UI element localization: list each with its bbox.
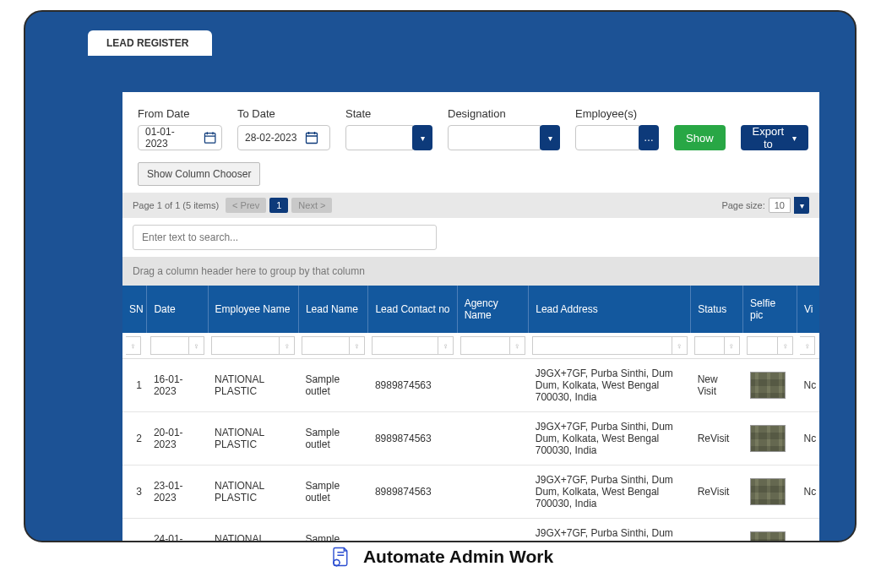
filter-agency[interactable] <box>460 336 510 355</box>
cell-agency <box>457 466 529 519</box>
filter-icon[interactable]: ♀ <box>350 336 365 355</box>
chevron-down-icon: ▾ <box>548 133 552 143</box>
col-agency-name[interactable]: Agency Name <box>457 286 529 333</box>
cell-sn: 1 <box>122 359 147 412</box>
cell-emp: NATIONAL PLASTIC <box>208 466 298 519</box>
cell-contact: 8989874563 <box>368 412 457 466</box>
filter-date[interactable] <box>150 336 189 355</box>
col-date[interactable]: Date <box>147 286 208 333</box>
col-employee-name[interactable]: Employee Name <box>208 286 298 333</box>
filter-address[interactable] <box>532 336 672 355</box>
filter-icon[interactable]: ♀ <box>280 336 295 355</box>
cell-contact: 8989874563 <box>368 359 457 412</box>
state-label: State <box>345 107 432 120</box>
column-chooser-button[interactable]: Show Column Chooser <box>138 162 260 186</box>
cell-contact: 8989874563 <box>368 466 457 519</box>
cell-lead: Sample outlet <box>298 359 368 412</box>
cell-emp: NATIONAL PLASTIC <box>208 359 298 412</box>
page-size-dropdown[interactable]: ▾ <box>794 197 809 214</box>
col-lead-name[interactable]: Lead Name <box>298 286 368 333</box>
filter-bar: From Date 01-01-2023 To Date 28-02-2023 … <box>122 92 819 162</box>
cell-date: 24-01-2023 <box>147 519 208 543</box>
calendar-icon <box>305 131 318 144</box>
cell-agency <box>457 412 529 466</box>
selfie-thumbnail <box>750 425 786 452</box>
page-1-button[interactable]: 1 <box>269 198 288 213</box>
filter-contact[interactable] <box>372 336 438 355</box>
col-status[interactable]: Status <box>691 286 743 333</box>
app-frame: LEAD REGISTER From Date 01-01-2023 To Da… <box>24 10 857 542</box>
cell-date: 20-01-2023 <box>147 412 208 466</box>
selfie-thumbnail <box>750 478 786 505</box>
filter-selfie[interactable] <box>747 336 779 355</box>
employees-select[interactable]: … <box>575 125 659 150</box>
chevron-down-icon: ▾ <box>792 133 797 143</box>
table-row[interactable]: 424-01-2023NATIONAL PLASTICSample outlet… <box>122 519 819 543</box>
group-by-bar[interactable]: Drag a column header here to group by th… <box>122 257 819 286</box>
export-button[interactable]: Export to ▾ <box>741 125 809 150</box>
table-row[interactable]: 323-01-2023NATIONAL PLASTICSample outlet… <box>122 466 819 519</box>
employees-label: Employee(s) <box>575 107 659 120</box>
page-size-label: Page size: <box>721 200 764 210</box>
cell-agency <box>457 519 529 543</box>
designation-label: Designation <box>448 107 560 120</box>
cell-selfie[interactable] <box>743 412 797 466</box>
filter-icon[interactable]: ♀ <box>672 336 688 355</box>
filter-icon[interactable]: ♀ <box>778 336 793 355</box>
prev-page-button[interactable]: < Prev <box>226 198 266 213</box>
table-header-row: SN Date Employee Name Lead Name Lead Con… <box>122 286 819 333</box>
col-lead-contact[interactable]: Lead Contact no <box>368 286 457 333</box>
main-panel: From Date 01-01-2023 To Date 28-02-2023 … <box>122 92 819 542</box>
cell-lead: Sample outlet <box>298 412 368 466</box>
cell-date: 16-01-2023 <box>147 359 208 412</box>
document-gear-icon <box>328 545 351 569</box>
cell-selfie[interactable] <box>743 466 797 519</box>
to-date-input[interactable]: 28-02-2023 <box>237 125 330 150</box>
from-date-input[interactable]: 01-01-2023 <box>138 125 222 150</box>
lead-register-tab[interactable]: LEAD REGISTER <box>88 30 212 56</box>
cell-contact: 8989874563 <box>368 519 457 543</box>
cell-selfie[interactable] <box>743 519 797 543</box>
filter-icon[interactable]: ♀ <box>189 336 204 355</box>
page-size-select[interactable]: 10 <box>769 198 791 213</box>
cell-lead: Sample outlet <box>298 466 368 519</box>
table-row[interactable]: 220-01-2023NATIONAL PLASTICSample outlet… <box>122 412 819 466</box>
cell-address: J9GX+7GF, Purba Sinthi, Dum Dum, Kolkata… <box>529 519 691 543</box>
cell-address: J9GX+7GF, Purba Sinthi, Dum Dum, Kolkata… <box>529 359 691 412</box>
filter-icon[interactable]: ♀ <box>800 336 815 355</box>
from-date-label: From Date <box>138 107 222 120</box>
filter-lead[interactable] <box>302 336 350 355</box>
filter-status[interactable] <box>694 336 725 355</box>
cell-sn: 4 <box>122 519 147 543</box>
col-sn[interactable]: SN <box>122 286 147 333</box>
page-info: Page 1 of 1 (5 items) <box>133 200 219 210</box>
filter-icon[interactable]: ♀ <box>438 336 454 355</box>
cell-status: ReVisit <box>691 519 743 543</box>
filter-emp[interactable] <box>211 336 280 355</box>
col-vi[interactable]: Vi <box>797 286 819 333</box>
col-selfie-pic[interactable]: Selfie pic <box>743 286 797 333</box>
filter-icon[interactable]: ♀ <box>510 336 525 355</box>
export-button-label: Export to <box>753 125 785 150</box>
state-select[interactable]: ▾ <box>345 125 432 150</box>
next-page-button[interactable]: Next > <box>291 198 332 213</box>
search-input[interactable] <box>133 225 437 250</box>
filter-icon[interactable]: ♀ <box>126 336 141 355</box>
filter-icon[interactable]: ♀ <box>725 336 740 355</box>
cell-lead: Sample outlet <box>298 519 368 543</box>
cell-vi: Nc <box>797 466 819 519</box>
to-date-label: To Date <box>237 107 330 120</box>
cell-selfie[interactable] <box>743 359 797 412</box>
table-row[interactable]: 116-01-2023NATIONAL PLASTICSample outlet… <box>122 359 819 412</box>
col-lead-address[interactable]: Lead Address <box>529 286 691 333</box>
cell-address: J9GX+7GF, Purba Sinthi, Dum Dum, Kolkata… <box>529 466 691 519</box>
pagination-bar: Page 1 of 1 (5 items) < Prev 1 Next > Pa… <box>122 193 819 218</box>
cell-vi: Nc <box>797 412 819 466</box>
calendar-icon <box>204 131 216 144</box>
show-button[interactable]: Show <box>674 125 726 150</box>
from-date-value: 01-01-2023 <box>145 126 195 150</box>
chevron-down-icon: ▾ <box>421 133 425 143</box>
designation-select[interactable]: ▾ <box>448 125 560 150</box>
cell-status: ReVisit <box>691 412 743 466</box>
to-date-value: 28-02-2023 <box>245 132 296 144</box>
